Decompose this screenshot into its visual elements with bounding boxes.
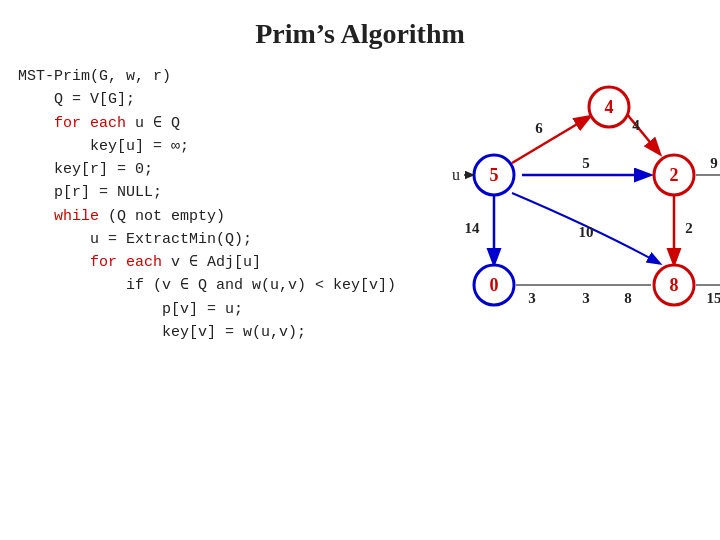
code-line-6: p[r] = NULL; (18, 181, 354, 204)
edge-label-4-top: 4 (633, 117, 641, 133)
for-each-keyword-1: for each (54, 115, 126, 132)
edge-label-8: 8 (625, 290, 633, 306)
page-title: Prim’s Algorithm (0, 0, 720, 60)
code-line-8: u = ExtractMin(Q); (18, 228, 354, 251)
code-line-9: for each v ∈ Adj[u] (18, 251, 354, 274)
code-line-11: p[v] = u; (18, 298, 354, 321)
u-label: u (452, 166, 460, 183)
edge-label-3b: 3 (583, 290, 591, 306)
code-block: MST-Prim(G, w, r) Q = V[G]; for each u ∈… (18, 65, 354, 344)
node-top-label: 4 (605, 97, 614, 117)
svg-line-0 (512, 117, 589, 163)
edge-label-2: 2 (686, 220, 694, 236)
edge-label-14: 14 (465, 220, 481, 236)
graph-area: 5 u 4 2 9 0 8 (364, 55, 720, 375)
code-line-7: while (Q not empty) (18, 205, 354, 228)
edge-label-3a: 3 (529, 290, 537, 306)
edge-label-15: 15 (707, 290, 720, 306)
node-bottomright-label: 8 (670, 275, 679, 295)
svg-line-1 (626, 113, 659, 153)
code-line-1: MST-Prim(G, w, r) (18, 65, 354, 88)
node-left-label: 5 (490, 165, 499, 185)
edge-label-10: 10 (579, 224, 594, 240)
edge-label-9: 9 (711, 155, 719, 171)
code-line-10: if (v ∈ Q and w(u,v) < key[v]) (18, 274, 354, 297)
edge-label-6: 6 (536, 120, 544, 136)
node-bottomleft-label: 0 (490, 275, 499, 295)
code-line-5: key[r] = 0; (18, 158, 354, 181)
code-line-2: Q = V[G]; (18, 88, 354, 111)
code-line-4: key[u] = ∞; (18, 135, 354, 158)
for-each-keyword-2: for each (90, 254, 162, 271)
edge-label-5: 5 (583, 155, 591, 171)
node-right-label: 2 (670, 165, 679, 185)
code-line-12: key[v] = w(u,v); (18, 321, 354, 344)
while-keyword: while (54, 208, 99, 225)
code-line-3: for each u ∈ Q (18, 112, 354, 135)
graph-svg: 5 u 4 2 9 0 8 (364, 55, 720, 375)
